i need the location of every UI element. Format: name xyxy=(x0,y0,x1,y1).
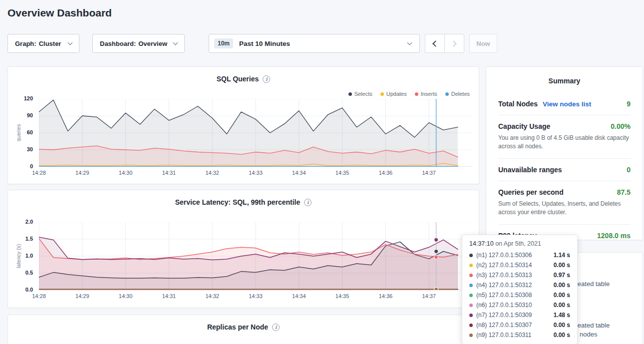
summary-title: Summary xyxy=(498,67,631,93)
tooltip-node-value: 1.48 s xyxy=(549,312,570,319)
tooltip-node-label: (n9) 127.0.0.1:50311 xyxy=(476,332,549,339)
x-axis-tick-label: 14:31 xyxy=(160,293,178,299)
view-nodes-list-link[interactable]: View nodes list xyxy=(543,100,591,108)
replicas-chart-card: Replicas per Node i xyxy=(7,315,479,344)
tooltip-node-value: 1.14 s xyxy=(549,252,570,259)
qps-description: Sum of Selects, Updates, Inserts, and De… xyxy=(498,200,631,217)
y-axis-tick-label: 120 xyxy=(8,95,33,101)
time-preset-badge: 10m xyxy=(214,38,233,48)
x-axis-tick-label: 14:35 xyxy=(333,293,351,299)
series-dot xyxy=(469,254,473,257)
p99-latency-value: 1208.0 ms xyxy=(597,232,631,240)
tooltip-node-value: 0.97 s xyxy=(549,272,570,279)
x-axis-tick-label: 14:32 xyxy=(203,170,221,176)
x-axis-tick-label: 14:37 xyxy=(420,170,438,176)
qps-value: 87.5 xyxy=(617,188,631,196)
info-icon[interactable]: i xyxy=(304,199,312,206)
tooltip-row: (n3) 127.0.0.1:503130.97 s xyxy=(469,270,570,280)
legend-series-label: Deletes xyxy=(451,91,470,97)
tooltip-row: (n6) 127.0.0.1:503100.00 s xyxy=(469,300,570,310)
qps-label: Queries per second xyxy=(498,188,564,196)
time-prev-button[interactable] xyxy=(425,34,445,53)
x-axis-tick-label: 14:30 xyxy=(117,170,135,176)
x-axis-tick-label: 14:34 xyxy=(290,293,308,299)
latency-chart-card: Service Latency: SQL, 99th percentile i … xyxy=(7,190,479,308)
chart-plot[interactable] xyxy=(39,99,472,167)
chart-title: Service Latency: SQL, 99th percentile i xyxy=(8,198,479,206)
legend-series-dot xyxy=(445,92,449,96)
tooltip-node-label: (n5) 127.0.0.1:50308 xyxy=(476,292,549,299)
event-item-text: created table xyxy=(572,280,610,288)
legend-series-dot xyxy=(348,92,352,96)
y-axis-ticks: 0.00.51.01.52.0 xyxy=(8,222,33,290)
x-axis-tick-label: 14:29 xyxy=(73,293,91,299)
chart-canvas xyxy=(39,99,472,167)
total-nodes-value: 9 xyxy=(627,100,631,108)
tooltip-row: (n2) 127.0.0.1:503140.00 s xyxy=(469,260,570,270)
summary-row-capacity: Capacity Usage 0.00% You are using 0 B o… xyxy=(498,115,631,159)
x-axis-tick-label: 14:35 xyxy=(333,170,351,176)
chevron-down-icon xyxy=(173,40,178,45)
event-item-text: created table xyxy=(572,322,610,329)
tooltip-node-label: (n2) 127.0.0.1:50314 xyxy=(476,262,549,269)
now-button[interactable]: Now xyxy=(469,34,497,53)
tooltip-node-label: (n8) 127.0.0.1:50307 xyxy=(476,322,549,329)
legend-item[interactable]: Selects xyxy=(348,91,372,97)
tooltip-date: on Apr 5th, 2021 xyxy=(495,240,541,247)
series-dot xyxy=(469,264,473,267)
y-axis-tick-label: 1.0 xyxy=(8,253,33,259)
graph-scope-value: Cluster xyxy=(39,40,61,47)
chevron-left-icon xyxy=(432,40,439,47)
x-axis-ticks: 14:2814:2914:3014:3114:3214:3314:3414:35… xyxy=(39,170,472,178)
chart-plot[interactable] xyxy=(39,222,472,290)
legend-item[interactable]: Inserts xyxy=(415,91,437,97)
series-dot xyxy=(469,304,473,307)
x-axis-tick-label: 14:36 xyxy=(376,170,394,176)
chevron-down-icon xyxy=(407,40,412,45)
info-icon[interactable]: i xyxy=(272,324,280,331)
total-nodes-label: Total Nodes xyxy=(498,100,538,108)
legend-series-dot xyxy=(415,92,418,96)
time-range-label: Past 10 Minutes xyxy=(239,40,290,47)
graph-scope-dropdown[interactable]: Graph: Cluster xyxy=(7,34,79,53)
x-axis-tick-label: 14:30 xyxy=(117,293,135,299)
x-axis-tick-label: 14:32 xyxy=(203,293,221,299)
tooltip-rows: (n1) 127.0.0.1:503061.14 s(n2) 127.0.0.1… xyxy=(469,250,570,340)
event-item-text: nodes xyxy=(580,331,597,338)
y-axis-tick-label: 0 xyxy=(8,163,33,169)
dashboard-dropdown[interactable]: Dashboard: Overview xyxy=(92,34,185,53)
tooltip-node-label: (n6) 127.0.0.1:50310 xyxy=(476,302,549,309)
time-range-dropdown[interactable]: 10m Past 10 Minutes xyxy=(209,34,420,53)
info-icon[interactable]: i xyxy=(263,75,270,83)
tooltip-row: (n7) 127.0.0.1:503091.48 s xyxy=(469,310,570,320)
x-axis-tick-label: 14:28 xyxy=(30,293,48,299)
summary-row-unavailable-ranges: Unavailable ranges 0 xyxy=(498,159,631,181)
unavailable-ranges-label: Unavailable ranges xyxy=(498,166,562,174)
tooltip-node-value: 0.00 s xyxy=(549,302,570,309)
series-dot xyxy=(469,294,473,297)
time-shift-button-group xyxy=(425,34,464,53)
tooltip-row: (n8) 127.0.0.1:503070.00 s xyxy=(469,320,570,330)
chart-title: Replicas per Node i xyxy=(8,323,479,331)
series-dot xyxy=(469,314,473,317)
y-axis-ticks: 0306090120 xyxy=(8,99,33,167)
y-axis-tick-label: 0.5 xyxy=(8,270,33,276)
tooltip-row: (n4) 127.0.0.1:503120.00 s xyxy=(469,280,570,290)
legend-item[interactable]: Updates xyxy=(380,91,407,97)
x-axis-tick-label: 14:28 xyxy=(30,170,48,176)
chart-legend: SelectsUpdatesInsertsDeletes xyxy=(348,91,470,97)
chart-hover-tooltip: 14:37:10 on Apr 5th, 2021 (n1) 127.0.0.1… xyxy=(462,235,578,344)
tooltip-node-value: 0.00 s xyxy=(549,292,570,299)
capacity-usage-description: You are using 0 B of 4.5 GiB usable disk… xyxy=(498,134,631,151)
capacity-usage-value: 0.00% xyxy=(611,122,631,130)
legend-item[interactable]: Deletes xyxy=(445,91,470,97)
controls-bar: Graph: Cluster Dashboard: Overview 10m P… xyxy=(7,34,497,53)
time-next-button[interactable] xyxy=(444,34,464,53)
x-axis-tick-label: 14:33 xyxy=(247,170,265,176)
tooltip-timestamp: 14:37:10 on Apr 5th, 2021 xyxy=(469,240,570,247)
x-axis-tick-label: 14:36 xyxy=(376,293,394,299)
tooltip-node-label: (n3) 127.0.0.1:50313 xyxy=(476,272,549,279)
x-axis-ticks: 14:2814:2914:3014:3114:3214:3314:3414:35… xyxy=(39,293,472,301)
capacity-usage-label: Capacity Usage xyxy=(498,122,550,130)
legend-series-dot xyxy=(380,92,384,96)
